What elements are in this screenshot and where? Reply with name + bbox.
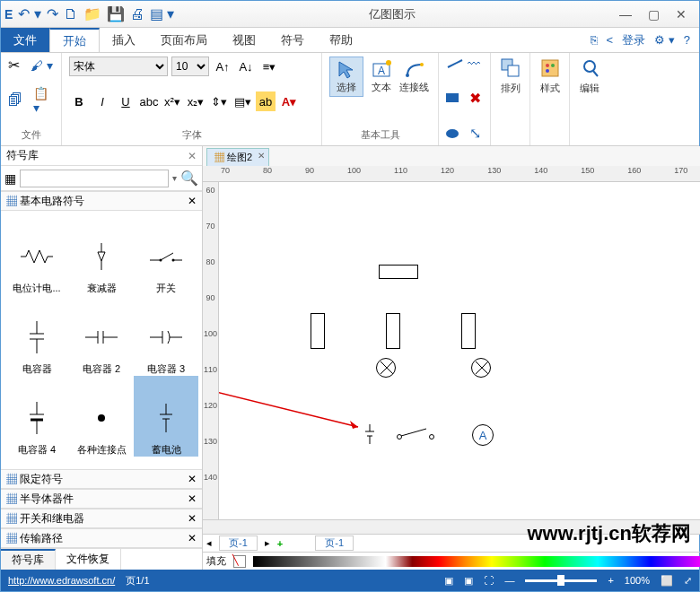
maximize-button[interactable]: ▢	[648, 7, 660, 22]
shape-rect[interactable]	[461, 313, 476, 349]
highlight-icon[interactable]: ab	[256, 91, 276, 111]
close-icon[interactable]: ✕	[188, 492, 197, 505]
italic-button[interactable]: I	[92, 91, 112, 111]
decrease-font-icon[interactable]: A↓	[236, 57, 256, 76]
font-color-icon[interactable]: A▾	[279, 91, 299, 111]
zoom-slider[interactable]	[525, 579, 597, 582]
symbol-capacitor-3[interactable]: 电容器 3	[134, 295, 198, 376]
view-mode-1-icon[interactable]: ▣	[444, 575, 453, 587]
page-tab-2[interactable]: 页-1	[315, 535, 354, 551]
close-icon[interactable]: ✕	[188, 473, 197, 485]
login-link[interactable]: 登录	[622, 32, 645, 48]
shape-rect[interactable]	[311, 313, 325, 349]
style-icon[interactable]	[538, 57, 562, 80]
close-panel-icon[interactable]: ✕	[188, 150, 197, 162]
bottom-tab-recover[interactable]: 文件恢复	[56, 549, 121, 570]
curve-icon[interactable]: 〰	[468, 57, 480, 71]
status-url[interactable]: http://www.edrawsoft.cn/	[8, 575, 115, 586]
category-switch-relay[interactable]: ▦ 开关和继电器✕	[1, 509, 202, 528]
cut-icon[interactable]: ✂	[8, 57, 20, 74]
page-tab[interactable]: 页-1	[219, 535, 258, 551]
nofill-icon[interactable]: ╲	[233, 555, 246, 568]
select-tool[interactable]: 选择	[329, 57, 363, 97]
paste-icon[interactable]: 📋 ▾	[33, 86, 54, 115]
symbol-attenuator[interactable]: 衰减器	[69, 214, 134, 295]
close-icon[interactable]: ✕	[188, 512, 197, 525]
search-input[interactable]	[20, 170, 169, 187]
crop-icon[interactable]: ⤡	[469, 125, 481, 142]
print-icon[interactable]: 🖨	[130, 6, 144, 22]
color-palette[interactable]	[253, 556, 700, 567]
copy-icon[interactable]: 🗐	[8, 92, 22, 109]
ellipse-shape-icon[interactable]	[446, 129, 459, 138]
strike-button[interactable]: abc	[139, 91, 159, 111]
tab-view[interactable]: 视图	[220, 28, 268, 52]
export-icon[interactable]: ▤ ▾	[150, 5, 174, 22]
bold-button[interactable]: B	[69, 91, 89, 111]
symbol-capacitor-4[interactable]: 电容器 4	[4, 376, 69, 457]
underline-button[interactable]: U	[116, 91, 136, 111]
shape-lamp[interactable]	[376, 358, 396, 378]
share-icon[interactable]: <	[607, 33, 614, 47]
shape-lamp[interactable]	[471, 358, 491, 378]
dropdown-icon[interactable]: ▾	[172, 173, 177, 183]
palette-icon[interactable]: ▦	[4, 171, 16, 186]
tab-help[interactable]: 帮助	[317, 28, 365, 52]
category-basic-circuit[interactable]: ▦ 基本电路符号 ✕	[1, 191, 202, 211]
help-icon[interactable]: ?	[684, 33, 690, 47]
subscript-button[interactable]: x₂▾	[186, 91, 206, 111]
symbol-capacitor[interactable]: 电容器	[4, 295, 69, 376]
font-size-select[interactable]: 10	[171, 57, 209, 76]
open-icon[interactable]: 📁	[83, 5, 101, 22]
export-icon[interactable]: ⎘	[591, 33, 598, 47]
search-icon[interactable]: 🔍	[180, 170, 198, 187]
line-spacing-icon[interactable]: ⇕▾	[209, 91, 229, 111]
tab-insert[interactable]: 插入	[100, 28, 148, 52]
expand-icon[interactable]: ⤢	[684, 575, 692, 587]
format-painter-icon[interactable]: 🖌 ▾	[31, 58, 53, 73]
increase-font-icon[interactable]: A↑	[213, 57, 232, 76]
page-prev-icon[interactable]: ◂	[206, 537, 212, 549]
shape-rect[interactable]	[379, 265, 418, 279]
shape-ammeter[interactable]: A	[472, 424, 494, 446]
category-semiconductor[interactable]: ▦ 半导体器件✕	[1, 489, 202, 509]
bottom-tab-library[interactable]: 符号库	[1, 549, 56, 570]
category-limit[interactable]: ▦ 限定符号✕	[1, 469, 202, 489]
tab-file[interactable]: 文件	[1, 28, 49, 52]
fullscreen-icon[interactable]: ⛶	[484, 575, 494, 586]
superscript-button[interactable]: x²▾	[162, 91, 182, 111]
close-icon[interactable]: ✕	[188, 195, 197, 207]
tab-start[interactable]: 开始	[49, 28, 100, 52]
new-icon[interactable]: 🗋	[64, 6, 78, 22]
align-icon[interactable]: ≡▾	[259, 57, 279, 76]
symbol-potentiometer[interactable]: 电位计电...	[4, 214, 69, 295]
close-button[interactable]: ✕	[676, 7, 687, 22]
zoom-out-icon[interactable]: —	[504, 575, 514, 586]
tab-symbol[interactable]: 符号	[268, 28, 317, 52]
view-mode-2-icon[interactable]: ▣	[464, 575, 473, 587]
shape-rect[interactable]	[386, 313, 400, 349]
rect-shape-icon[interactable]	[446, 93, 459, 102]
undo-icon[interactable]: ↶ ▾	[18, 5, 40, 22]
shape-switch[interactable]	[394, 426, 439, 442]
delete-icon[interactable]: ✖	[469, 90, 481, 107]
minimize-button[interactable]: —	[619, 7, 632, 22]
connector-tool[interactable]: 连接线	[399, 59, 429, 94]
fit-icon[interactable]: ⬜	[661, 575, 673, 587]
symbol-capacitor-2[interactable]: 电容器 2	[69, 295, 134, 376]
tab-layout[interactable]: 页面布局	[148, 28, 220, 52]
add-page-icon[interactable]: +	[277, 538, 283, 549]
redo-icon[interactable]: ↷	[47, 5, 58, 22]
text-tool[interactable]: A 文本	[371, 59, 392, 94]
document-tab[interactable]: ▦ 绘图2 ✕	[206, 148, 269, 166]
symbol-extra-1[interactable]	[4, 457, 69, 469]
drawing-canvas[interactable]: A	[219, 182, 700, 519]
category-transmission[interactable]: ▦ 传输路径✕	[1, 528, 202, 548]
symbol-switch[interactable]: 开关	[134, 214, 198, 295]
page-next-icon[interactable]: ▸	[265, 537, 270, 549]
close-tab-icon[interactable]: ✕	[258, 151, 265, 161]
close-icon[interactable]: ✕	[188, 532, 197, 544]
settings-icon[interactable]: ⚙ ▾	[654, 33, 675, 47]
symbol-junction[interactable]: 各种连接点	[69, 376, 134, 457]
symbol-battery[interactable]: 蓄电池	[134, 376, 198, 457]
